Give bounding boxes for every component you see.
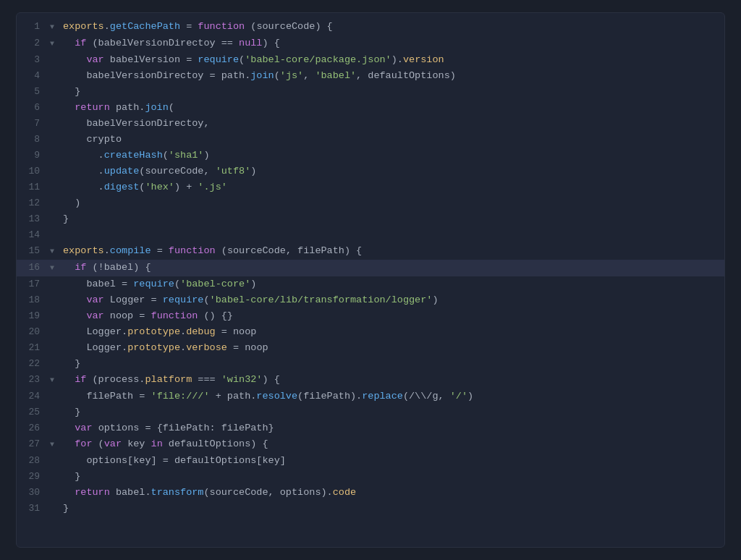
code-line: 23 ▼ if (process.platform === 'win32') { [17,372,724,389]
line-number: 14 [17,227,50,243]
code-line: 18 var Logger = require('babel-core/lib/… [17,292,724,308]
code-line: 20 Logger.prototype.debug = noop [17,324,724,340]
code-text: var babelVersion = require('babel-core/p… [60,52,724,68]
fold-arrow[interactable]: ▼ [50,35,60,52]
code-line: 9 .createHash('sha1') [17,148,724,164]
code-line: 31 } [17,501,724,517]
fold-arrow [50,485,60,485]
code-line: 24 filePath = 'file:///' + path.resolve(… [17,389,724,404]
code-line: 13 } [17,211,724,227]
line-number: 17 [17,276,50,292]
line-number: 29 [17,469,50,485]
code-line: 1 ▼ exports.getCachePath = function (sou… [17,19,724,35]
line-number: 21 [17,340,50,356]
line-number: 11 [17,179,50,195]
code-line: 19 var noop = function () {} [17,308,724,324]
line-number: 31 [17,501,50,517]
code-text: Logger.prototype.verbose = noop [60,340,724,356]
fold-arrow[interactable]: ▼ [50,19,60,35]
code-line: 10 .update(sourceCode, 'utf8') [17,164,724,179]
code-line: 8 crypto [17,132,724,148]
code-text: babelVersionDirectoy, [60,116,724,132]
fold-arrow [50,116,60,116]
fold-arrow[interactable]: ▼ [50,243,60,260]
fold-arrow[interactable]: ▼ [50,436,60,453]
code-text: options[key] = defaultOptions[key] [60,453,724,469]
fold-arrow [50,292,60,293]
code-line: 26 var options = {filePath: filePath} [17,420,724,436]
line-number: 26 [17,420,50,436]
code-text: exports.compile = function (sourceCode, … [60,243,724,259]
fold-arrow [50,164,60,164]
fold-arrow [50,179,60,180]
code-line: 2 ▼ if (babelVersionDirectoy == null) { [17,35,724,52]
code-text: if (process.platform === 'win32') { [60,372,724,388]
code-text: crypto [60,132,724,148]
code-line: 16 ▼ if (!babel) { [17,260,724,276]
code-text: var noop = function () {} [60,308,724,324]
code-line: 30 return babel.transform(sourceCode, op… [17,485,724,501]
line-number: 20 [17,324,50,340]
code-line: 12 ) [17,195,724,211]
code-text: } [60,469,724,485]
code-line: 6 return path.join( [17,100,724,116]
fold-arrow [50,340,60,341]
code-line: 22 } [17,356,724,372]
line-number: 23 [17,372,50,388]
code-text: if (!babel) { [60,260,724,276]
line-number: 15 [17,243,50,259]
line-number: 25 [17,404,50,420]
line-number: 7 [17,116,50,132]
code-text: var Logger = require('babel-core/lib/tra… [60,292,724,308]
fold-arrow [50,356,60,357]
code-line: 7 babelVersionDirectoy, [17,116,724,132]
line-number: 19 [17,308,50,324]
line-number: 3 [17,52,50,68]
fold-arrow [50,308,60,309]
fold-arrow [50,68,60,69]
line-number: 5 [17,84,50,100]
code-text: return path.join( [60,100,724,116]
fold-arrow [50,276,60,277]
line-number: 16 [17,260,50,276]
fold-arrow [50,453,60,454]
fold-arrow [50,148,60,148]
fold-arrow [50,324,60,325]
line-number: 18 [17,292,50,308]
code-text [60,227,724,243]
line-number: 28 [17,453,50,469]
fold-arrow [50,132,60,132]
fold-arrow [50,420,60,421]
line-number: 24 [17,389,50,404]
fold-arrow [50,227,60,228]
code-text: babelVersionDirectoy = path.join('js', '… [60,68,724,84]
fold-arrow[interactable]: ▼ [50,260,60,276]
code-text: exports.getCachePath = function (sourceC… [60,19,724,35]
code-text: .digest('hex') + '.js' [60,179,724,195]
code-line: 14 [17,227,724,243]
line-number: 2 [17,35,50,51]
code-line: 21 Logger.prototype.verbose = noop [17,340,724,356]
line-number: 1 [17,19,50,35]
code-text: ) [60,195,724,211]
code-text: .createHash('sha1') [60,148,724,164]
fold-arrow [50,389,60,389]
fold-arrow[interactable]: ▼ [50,372,60,389]
code-text: var options = {filePath: filePath} [60,420,724,436]
fold-arrow [50,404,60,405]
code-text: if (babelVersionDirectoy == null) { [60,35,724,51]
code-line: 17 babel = require('babel-core') [17,276,724,292]
code-editor[interactable]: 1 ▼ exports.getCachePath = function (sou… [16,12,725,548]
code-line: 25 } [17,404,724,420]
fold-arrow [50,195,60,196]
line-number: 8 [17,132,50,148]
code-line: 5 } [17,84,724,100]
code-content-area: 1 ▼ exports.getCachePath = function (sou… [17,13,724,547]
line-number: 30 [17,485,50,501]
code-line: 28 options[key] = defaultOptions[key] [17,453,724,469]
fold-arrow [50,211,60,212]
code-line: 29 } [17,469,724,485]
code-line: 4 babelVersionDirectoy = path.join('js',… [17,68,724,84]
line-number: 27 [17,436,50,452]
fold-arrow [50,100,60,101]
